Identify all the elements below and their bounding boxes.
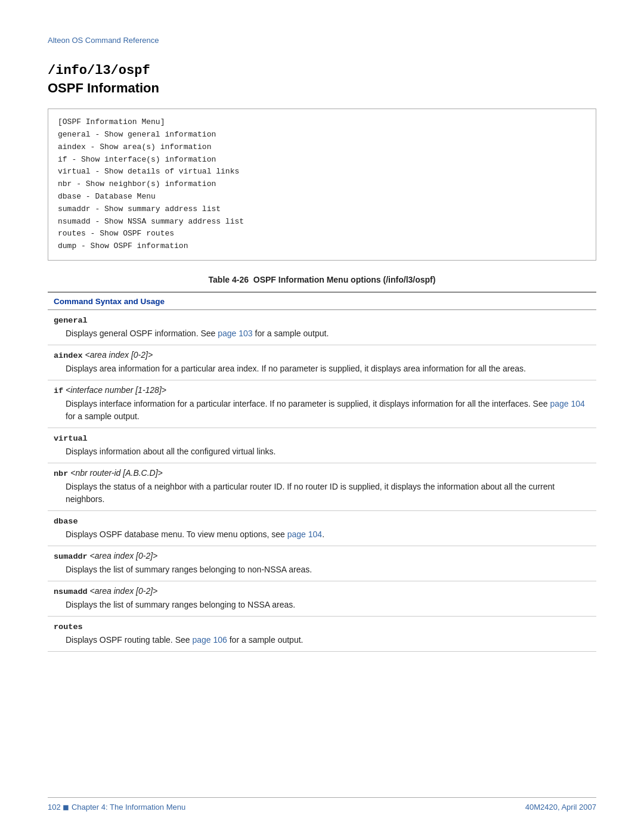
table-row: Displays the status of a neighbor with a…: [48, 479, 596, 511]
entry-desc-general: Displays general OSPF information. See p…: [48, 326, 596, 345]
link-p103[interactable]: page 103: [218, 329, 252, 338]
entry-label-nsumadd: nsumadd <area index [0-2]>: [48, 581, 596, 597]
table-row: if <interface number [1-128]>: [48, 380, 596, 397]
code-line-9: nsumadd - Show NSSA summary address list: [58, 216, 586, 228]
entry-desc-aindex: Displays area information for a particul…: [48, 361, 596, 380]
entry-label-sumaddr: sumaddr <area index [0-2]>: [48, 546, 596, 562]
cmd-routes: routes: [54, 623, 83, 631]
cmd-general: general: [54, 316, 88, 325]
code-line-6: nbr - Show neighbor(s) information: [58, 178, 586, 191]
cmd-nbr-params: <nbr router-id [A.B.C.D]>: [70, 468, 163, 478]
entry-desc-virtual: Displays information about all the confi…: [48, 444, 596, 463]
entry-desc-if: Displays interface information for a par…: [48, 397, 596, 428]
code-line-11: dump - Show OSPF information: [58, 240, 586, 253]
table-row: Displays OSPF routing table. See page 10…: [48, 633, 596, 652]
entry-desc-nbr: Displays the status of a neighbor with a…: [48, 479, 596, 511]
cmd-aindex: aindex: [54, 351, 83, 360]
entry-label-virtual: virtual: [48, 428, 596, 444]
cmd-nsumadd: nsumadd: [54, 587, 88, 596]
cmd-sumaddr-params: <area index [0-2]>: [90, 551, 158, 561]
link-p104a[interactable]: page 104: [550, 399, 584, 408]
table-row: Displays interface information for a par…: [48, 397, 596, 428]
table-row: nsumadd <area index [0-2]>: [48, 581, 596, 597]
cmd-nsumadd-params: <area index [0-2]>: [90, 586, 158, 596]
cmd-sumaddr: sumaddr: [54, 552, 88, 561]
table-row: virtual: [48, 428, 596, 444]
table-row: general: [48, 309, 596, 326]
cmd-if-params: <interface number [1-128]>: [66, 385, 166, 395]
cmd-virtual: virtual: [54, 434, 88, 443]
table-row: Displays OSPF database menu. To view men…: [48, 527, 596, 546]
table-row: Displays general OSPF information. See p…: [48, 326, 596, 345]
cmd-syntax-title: Command Syntax and Usage: [54, 297, 165, 306]
entry-desc-sumaddr: Displays the list of summary ranges belo…: [48, 562, 596, 581]
entry-desc-dbase: Displays OSPF database menu. To view men…: [48, 527, 596, 546]
entry-desc-routes: Displays OSPF routing table. See page 10…: [48, 633, 596, 652]
code-line-8: sumaddr - Show summary address list: [58, 203, 586, 216]
table-title: OSPF Information Menu options (/info/l3/…: [253, 275, 436, 284]
table-row: Displays area information for a particul…: [48, 361, 596, 380]
entry-label-if: if <interface number [1-128]>: [48, 380, 596, 397]
table-row: nbr <nbr router-id [A.B.C.D]>: [48, 463, 596, 479]
breadcrumb: Alteon OS Command Reference: [48, 36, 596, 45]
link-p104b[interactable]: page 104: [287, 529, 322, 539]
table-row: Displays the list of summary ranges belo…: [48, 562, 596, 581]
entry-label-dbase: dbase: [48, 510, 596, 527]
table-row: Displays information about all the confi…: [48, 444, 596, 463]
page-title: /info/l3/ospf OSPF Information: [48, 63, 596, 97]
entry-label-nbr: nbr <nbr router-id [A.B.C.D]>: [48, 463, 596, 479]
table-row: Displays the list of summary ranges belo…: [48, 597, 596, 617]
footer-right: 40M2420, April 2007: [525, 803, 596, 812]
page: Alteon OS Command Reference /info/l3/osp…: [0, 0, 644, 833]
table-header-row: Command Syntax and Usage: [48, 292, 596, 310]
code-line-4: if - Show interface(s) information: [58, 154, 586, 166]
entry-label-routes: routes: [48, 616, 596, 633]
code-block: [OSPF Information Menu] general - Show g…: [48, 109, 596, 261]
cmd-syntax-header: Command Syntax and Usage: [48, 292, 596, 310]
cmd-if: if: [54, 386, 63, 395]
table-row: aindex <area index [0-2]>: [48, 345, 596, 361]
table-row: sumaddr <area index [0-2]>: [48, 546, 596, 562]
subtitle: OSPF Information: [48, 80, 596, 97]
command-table: Command Syntax and Usage general Display…: [48, 292, 596, 652]
table-row: dbase: [48, 510, 596, 527]
breadcrumb-link[interactable]: Alteon OS Command Reference: [48, 36, 159, 45]
table-caption: Table 4-26 OSPF Information Menu options…: [48, 275, 596, 284]
code-line-3: aindex - Show area(s) information: [58, 141, 586, 154]
entry-desc-nsumadd: Displays the list of summary ranges belo…: [48, 597, 596, 617]
table-number: Table 4-26: [209, 275, 249, 284]
path-title: /info/l3/ospf: [48, 63, 596, 80]
table-row: routes: [48, 616, 596, 633]
code-line-5: virtual - Show details of virtual links: [58, 166, 586, 178]
code-line-1: [OSPF Information Menu]: [58, 116, 586, 129]
entry-label-general: general: [48, 309, 596, 326]
cmd-nbr: nbr: [54, 469, 68, 478]
link-p106[interactable]: page 106: [192, 635, 227, 645]
footer: 102 ◼ Chapter 4: The Information Menu 40…: [48, 797, 596, 812]
code-line-7: dbase - Database Menu: [58, 191, 586, 203]
code-line-2: general - Show general information: [58, 129, 586, 141]
cmd-dbase: dbase: [54, 517, 78, 526]
entry-label-aindex: aindex <area index [0-2]>: [48, 345, 596, 361]
code-line-10: routes - Show OSPF routes: [58, 228, 586, 240]
cmd-aindex-params: <area index [0-2]>: [85, 350, 153, 360]
footer-left: 102 ◼ Chapter 4: The Information Menu: [48, 803, 185, 812]
